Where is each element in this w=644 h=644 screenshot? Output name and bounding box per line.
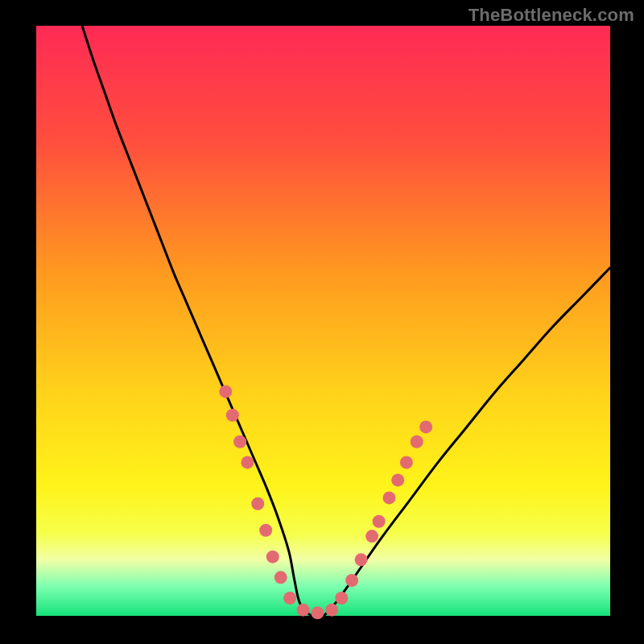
curve-dot <box>233 436 246 448</box>
curve-dot <box>383 491 396 504</box>
curve-dot <box>400 456 413 469</box>
watermark-text: TheBottleneck.com <box>469 5 634 26</box>
curve-dot <box>275 571 287 584</box>
gradient-background <box>36 26 610 616</box>
curve-dot <box>311 606 324 619</box>
curve-dot <box>365 530 378 543</box>
curve-dot <box>355 553 368 566</box>
curve-dot <box>219 385 232 398</box>
curve-dot <box>325 604 338 617</box>
curve-dot <box>283 592 296 605</box>
curve-dot <box>345 574 358 587</box>
curve-dot <box>241 456 254 469</box>
bottleneck-chart <box>0 0 644 644</box>
chart-stage: TheBottleneck.com <box>0 0 644 644</box>
curve-dot <box>391 473 404 486</box>
curve-dot <box>266 551 279 564</box>
curve-dot <box>226 409 239 422</box>
curve-dot <box>251 497 264 510</box>
curve-dot <box>419 420 432 433</box>
curve-dot <box>259 524 272 537</box>
curve-dot <box>297 604 310 617</box>
curve-dot <box>411 436 423 448</box>
curve-dot <box>373 515 386 528</box>
curve-dot <box>335 592 348 605</box>
